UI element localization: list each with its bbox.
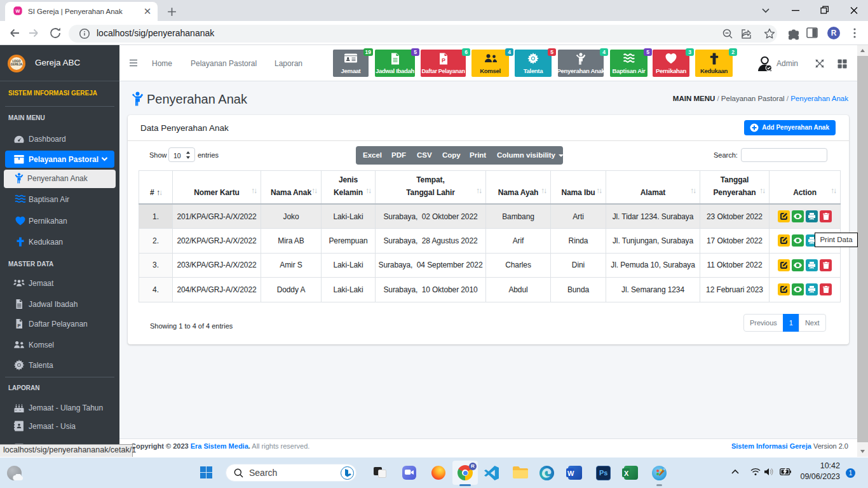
svg-text:P: P xyxy=(17,323,20,329)
svg-text:P: P xyxy=(441,57,445,64)
svg-text:W: W xyxy=(16,8,20,14)
